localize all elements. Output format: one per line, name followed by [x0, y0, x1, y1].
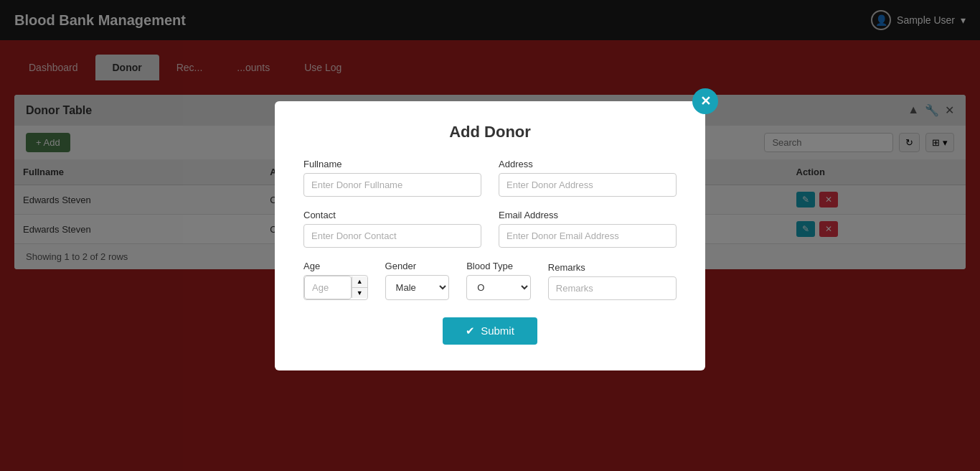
- remarks-input[interactable]: [548, 276, 677, 300]
- submit-row: ✔ Submit: [303, 317, 677, 345]
- modal-title: Add Donor: [303, 123, 677, 141]
- modal-overlay[interactable]: ✕ Add Donor Fullname Address Contact Ema…: [0, 0, 980, 471]
- form-row-1: Fullname Address: [303, 159, 677, 197]
- fullname-input[interactable]: [303, 173, 481, 197]
- blood-type-group: Blood Type ABABO: [466, 261, 531, 300]
- gender-group: Gender MaleFemaleOther: [385, 261, 450, 300]
- blood-type-select[interactable]: ABABO: [466, 275, 531, 300]
- modal-close-button[interactable]: ✕: [692, 88, 718, 114]
- age-increment[interactable]: ▲: [352, 276, 367, 288]
- address-label: Address: [499, 159, 677, 169]
- age-spinners: ▲ ▼: [352, 276, 367, 299]
- age-spinner-wrap: ▲ ▼: [303, 275, 368, 300]
- fullname-group: Fullname: [303, 159, 481, 197]
- contact-input[interactable]: [303, 224, 481, 248]
- gender-label: Gender: [385, 261, 450, 271]
- checkmark-icon: ✔: [466, 325, 475, 337]
- email-label: Email Address: [499, 210, 677, 220]
- submit-button[interactable]: ✔ Submit: [443, 317, 537, 345]
- email-group: Email Address: [499, 210, 677, 248]
- age-group: Age ▲ ▼: [303, 261, 368, 300]
- remarks-group: Remarks: [548, 262, 677, 300]
- gender-select[interactable]: MaleFemaleOther: [385, 275, 450, 300]
- address-input[interactable]: [499, 173, 677, 197]
- add-donor-modal: ✕ Add Donor Fullname Address Contact Ema…: [275, 101, 705, 370]
- contact-label: Contact: [303, 210, 481, 220]
- fullname-label: Fullname: [303, 159, 481, 169]
- form-row-3: Age ▲ ▼ Gender MaleFemaleOther Blood Typ…: [303, 261, 677, 300]
- address-group: Address: [499, 159, 677, 197]
- age-input[interactable]: [304, 276, 352, 299]
- remarks-label: Remarks: [548, 262, 677, 273]
- blood-type-label: Blood Type: [466, 261, 531, 271]
- age-label: Age: [303, 261, 368, 271]
- email-input[interactable]: [499, 224, 677, 248]
- form-row-2: Contact Email Address: [303, 210, 677, 248]
- age-decrement[interactable]: ▼: [352, 288, 367, 299]
- contact-group: Contact: [303, 210, 481, 248]
- submit-label: Submit: [481, 325, 514, 337]
